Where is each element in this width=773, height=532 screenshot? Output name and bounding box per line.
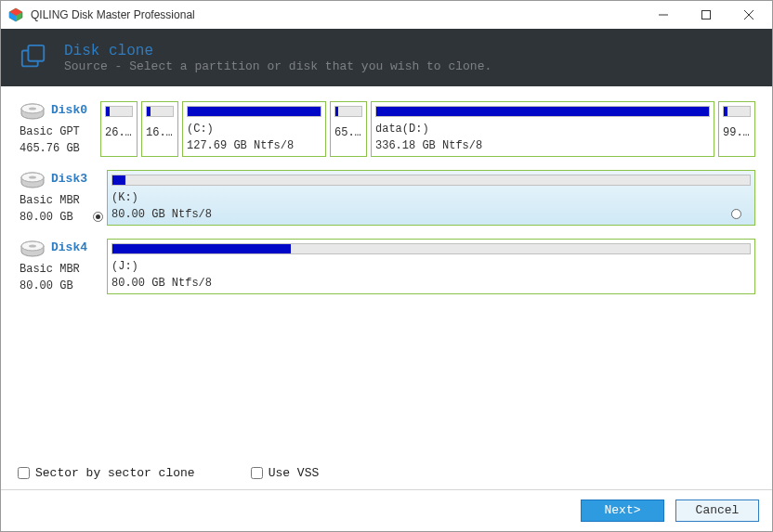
title-bar: QILING Disk Master Professional — [1, 1, 772, 29]
partition-group: (J:)80.00 GB Ntfs/8 — [107, 239, 755, 294]
cancel-button[interactable]: Cancel — [675, 500, 759, 522]
usage-bar — [375, 106, 710, 117]
usage-fill — [112, 175, 125, 185]
minimize-button[interactable] — [642, 1, 685, 29]
usage-bar — [111, 175, 751, 186]
next-button[interactable]: Next> — [581, 500, 664, 522]
partition-radio[interactable] — [731, 209, 741, 219]
usage-fill — [147, 107, 151, 116]
hard-drive-icon — [20, 240, 46, 259]
disk-info[interactable]: Disk3Basic MBR80.00 GB — [18, 170, 105, 226]
page-title: Disk clone — [64, 43, 491, 59]
svg-point-17 — [29, 244, 36, 247]
partition-size: 16... — [146, 126, 174, 139]
partition[interactable]: (C:)127.69 GB Ntfs/8 — [182, 101, 326, 157]
close-button[interactable] — [727, 1, 770, 29]
window-title: QILING Disk Master Professional — [31, 8, 642, 21]
sector-by-sector-label: Sector by sector clone — [35, 466, 195, 480]
disk-info[interactable]: Disk0Basic GPT465.76 GB — [18, 101, 98, 157]
disk-name: Disk0 — [51, 103, 87, 117]
partition[interactable]: 65... — [330, 101, 367, 157]
disk-type: Basic GPT — [20, 125, 80, 138]
usage-bar — [187, 106, 321, 117]
svg-point-11 — [29, 107, 36, 110]
partition-group: 26...16...(C:)127.69 GB Ntfs/865...data(… — [100, 101, 755, 157]
disk-type: Basic MBR — [20, 263, 80, 276]
disk-name: Disk4 — [51, 240, 87, 254]
partition-size: 26... — [105, 126, 133, 139]
partition-size: 99... — [723, 126, 751, 139]
disk-size: 465.76 GB — [20, 142, 80, 155]
usage-fill — [188, 107, 321, 116]
use-vss-input[interactable] — [251, 467, 263, 479]
use-vss-checkbox[interactable]: Use VSS — [251, 466, 320, 480]
disk-radio[interactable] — [93, 212, 103, 222]
partition-label: (J:) — [111, 260, 751, 273]
disk-list: Disk0Basic GPT465.76 GB26...16...(C:)127… — [1, 86, 772, 456]
partition[interactable]: 99... — [718, 101, 755, 157]
app-logo-icon — [8, 7, 23, 22]
hard-drive-icon — [20, 172, 46, 190]
maximize-button[interactable] — [685, 1, 727, 29]
sector-by-sector-input[interactable] — [18, 467, 30, 479]
usage-bar — [146, 106, 174, 117]
svg-rect-4 — [702, 11, 711, 19]
partition-group: (K:)80.00 GB Ntfs/8 — [107, 170, 755, 226]
usage-bar — [723, 106, 751, 117]
disk-row[interactable]: Disk0Basic GPT465.76 GB26...16...(C:)127… — [18, 101, 755, 157]
usage-bar — [111, 243, 751, 254]
svg-point-14 — [29, 175, 36, 178]
partition-label: data(D:) — [375, 123, 710, 136]
sector-by-sector-checkbox[interactable]: Sector by sector clone — [18, 466, 195, 480]
disk-clone-icon — [20, 43, 47, 73]
usage-bar — [105, 106, 133, 117]
usage-fill — [112, 244, 291, 253]
use-vss-label: Use VSS — [269, 466, 320, 480]
partition-label: (C:) — [187, 123, 321, 136]
usage-fill — [335, 107, 338, 116]
usage-fill — [724, 107, 727, 116]
footer: Next> Cancel — [1, 489, 772, 530]
partition[interactable]: data(D:)336.18 GB Ntfs/8 — [371, 101, 714, 157]
partition-size: 80.00 GB Ntfs/8 — [111, 208, 751, 221]
partition-size: 80.00 GB Ntfs/8 — [111, 277, 751, 290]
partition-label: (K:) — [111, 191, 751, 204]
disk-type: Basic MBR — [20, 194, 80, 207]
disk-size: 80.00 GB — [20, 211, 73, 224]
svg-rect-8 — [28, 45, 44, 60]
partition[interactable]: 26... — [100, 101, 138, 157]
disk-info[interactable]: Disk4Basic MBR80.00 GB — [18, 239, 105, 294]
partition[interactable]: (K:)80.00 GB Ntfs/8 — [107, 170, 755, 226]
partition-size: 127.69 GB Ntfs/8 — [187, 139, 321, 152]
page-subtitle: Source - Select a partition or disk that… — [64, 59, 491, 73]
disk-size: 80.00 GB — [20, 279, 73, 292]
page-header: Disk clone Source - Select a partition o… — [1, 29, 772, 86]
partition-size: 65... — [334, 126, 362, 139]
usage-fill — [376, 107, 709, 116]
clone-options: Sector by sector clone Use VSS — [1, 456, 772, 489]
disk-name: Disk3 — [51, 172, 87, 186]
disk-row[interactable]: Disk4Basic MBR80.00 GB(J:)80.00 GB Ntfs/… — [18, 239, 755, 294]
disk-row[interactable]: Disk3Basic MBR80.00 GB(K:)80.00 GB Ntfs/… — [18, 170, 755, 226]
usage-fill — [106, 107, 110, 116]
partition[interactable]: 16... — [141, 101, 178, 157]
hard-drive-icon — [20, 103, 46, 122]
partition-size: 336.18 GB Ntfs/8 — [375, 139, 710, 152]
partition[interactable]: (J:)80.00 GB Ntfs/8 — [107, 239, 755, 294]
usage-bar — [334, 106, 362, 117]
